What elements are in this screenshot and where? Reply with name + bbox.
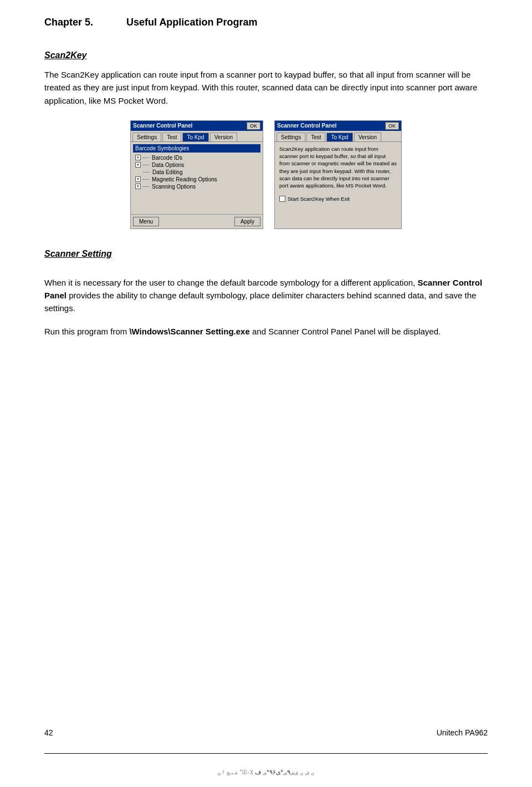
screenshot2-ok-button[interactable]: OK [385, 122, 399, 130]
screenshot1-tree-item: + Barcode IDs [133, 154, 260, 161]
screenshot1-tab-settings[interactable]: Settings [132, 133, 161, 141]
tree-line-4 [142, 179, 149, 180]
screenshot2-window: Scanner Control Panel OK Settings Test T… [274, 120, 402, 229]
scanner-setting-code: \Windows\Scanner Setting.exe [129, 327, 249, 336]
scan2key-section: Scan2Key The Scan2Key application can ro… [44, 50, 488, 229]
scanner-setting-paragraph1: When it is necessary for the user to cha… [44, 276, 488, 315]
screenshot1-tree-item-3: Data Editing [133, 169, 260, 176]
screenshot1-menu-button[interactable]: Menu [133, 217, 159, 226]
screenshot1-tab-tokpd[interactable]: To Kpd [182, 133, 208, 141]
screenshots-container: Scanner Control Panel OK Settings Test T… [44, 120, 488, 229]
scan2key-paragraph: The Scan2Key application can route input… [44, 68, 488, 107]
scanner-setting-text1b: provides the ability to change default s… [44, 291, 476, 313]
tree-expand-icon-4: + [135, 176, 141, 182]
scanner-setting-title: Scanner Setting [44, 249, 488, 259]
tree-label-2: Data Options [152, 162, 184, 168]
screenshot2-tab-tokpd[interactable]: To Kpd [326, 133, 352, 141]
page-number: 42 [44, 728, 53, 737]
screenshot1-apply-button[interactable]: Apply [234, 217, 260, 226]
screenshot2-body: Scan2Key application can route input fro… [275, 142, 401, 214]
tree-label-4: Magnetic Reading Options [152, 176, 217, 182]
tree-expand-icon: + [135, 155, 141, 160]
screenshot1-tree-item-4: + Magnetic Reading Options [133, 176, 260, 183]
scanner-setting-paragraph2: Run this program from \Windows\Scanner S… [44, 325, 488, 338]
footer-divider [44, 753, 488, 754]
screenshot2-titlebar: Scanner Control Panel OK [275, 121, 401, 131]
chapter-title: Useful Application Program [126, 17, 257, 28]
tree-label-1: Barcode IDs [152, 155, 182, 161]
screenshot2-checkbox-label: Start Scan2Key When Exit [288, 195, 350, 202]
page-footer: 42 Unitech PA962 [0, 728, 532, 737]
tree-line-5 [142, 186, 149, 187]
screenshot1-footer: Menu Apply [131, 214, 263, 229]
screenshot2-tabs: Settings Test To Kpd Version [275, 131, 401, 142]
tree-expand-icon-2: + [135, 162, 141, 167]
screenshot1-title: Scanner Control Panel [133, 123, 192, 129]
tree-line-2 [142, 165, 149, 165]
screenshot2-checkbox-row: Start Scan2Key When Exit [279, 195, 397, 202]
brand-name: Unitech PA962 [437, 728, 488, 737]
tree-expand-icon-5: + [135, 184, 141, 189]
scan2key-title: Scan2Key [44, 50, 488, 60]
screenshot1-body: Barcode Symbologies + Barcode IDs + Data… [131, 142, 263, 214]
screenshot2-checkbox[interactable] [279, 196, 285, 202]
screenshot2-title: Scanner Control Panel [277, 123, 336, 129]
tree-label-3: Data Editing [152, 169, 182, 175]
chapter-label: Chapter 5. [44, 17, 93, 28]
screenshot1-titlebar: Scanner Control Panel OK [131, 121, 263, 131]
screenshot1-tree-item-5: + Scanning Options [133, 183, 260, 190]
scanner-setting-text2b: and Scanner Control Panel Panel will be … [252, 327, 441, 336]
tree-label-5: Scanning Options [152, 184, 196, 190]
tree-line [142, 158, 149, 158]
scanner-setting-text2: Run this program from [44, 327, 127, 336]
scanner-setting-section: Scanner Setting When it is necessary for… [44, 249, 488, 338]
screenshot1-selected: Barcode Symbologies [133, 144, 260, 153]
screenshot2-body-text: Scan2Key application can route input fro… [279, 145, 397, 190]
screenshot1-tab-version[interactable]: Version [210, 133, 237, 141]
screenshot1-tree-item-2: + Data Options [133, 161, 260, 169]
screenshot1-ok-button[interactable]: OK [247, 122, 260, 130]
screenshot1-tabs: Settings Test To Kpd Version [131, 131, 263, 142]
screenshot2-tab-settings[interactable]: Settings [277, 133, 305, 141]
scanner-setting-text1: When it is necessary for the user to cha… [44, 278, 415, 287]
screenshot2-tab-version[interactable]: Version [354, 133, 381, 141]
tree-line-3 [143, 172, 150, 172]
screenshot2-tab-test[interactable]: Test [306, 133, 325, 141]
screenshot1-tab-test[interactable]: Test [162, 133, 181, 141]
chapter-heading: Chapter 5. Useful Application Program [44, 17, 488, 28]
footer-extra-text: ى ۺ ‌‌‌ی ۺۻ۹ۻ*ی٩۶*ۻ ف ٪٬٫ٜ٠ فمچ ٵي [0, 769, 532, 776]
screenshot1-window: Scanner Control Panel OK Settings Test T… [130, 120, 263, 229]
